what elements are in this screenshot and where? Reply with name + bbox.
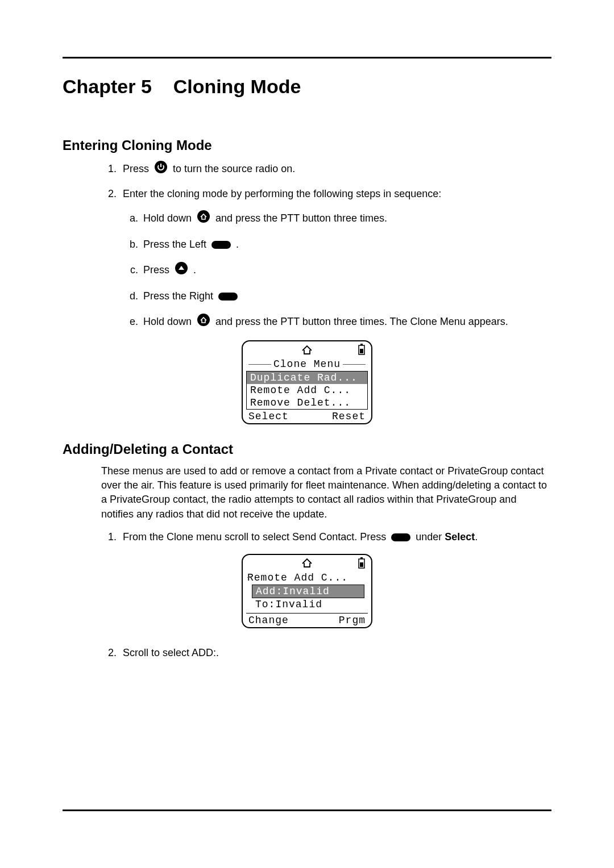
home-icon: [301, 345, 313, 358]
step-1: Press to turn the source radio on.: [119, 160, 551, 178]
sec2-step-1: From the Clone menu scroll to select Sen…: [119, 529, 551, 545]
step-2: Enter the cloning mode by performing the…: [119, 186, 551, 331]
lcd-clone-menu: Clone Menu Duplicate Rad... Remote Add C…: [242, 340, 372, 424]
lcd2-softleft: Change: [248, 615, 289, 626]
substep-b: Press the Left .: [141, 237, 551, 252]
sec2-step1-d: .: [475, 531, 478, 542]
substep-d: Press the Right: [141, 289, 551, 304]
sec2-step1-b: under: [416, 531, 442, 542]
lcd1-softright: Reset: [332, 411, 366, 422]
battery-icon: [358, 344, 366, 358]
svg-rect-6: [360, 349, 363, 353]
lcd2-row2: To:Invalid: [252, 598, 364, 611]
lcd2-softright: Prgm: [339, 615, 366, 626]
lcd1-softkeys: Select Reset: [246, 410, 368, 422]
sec2-step1-a: From the Clone menu scroll to select Sen…: [123, 531, 386, 542]
sub-b-2: .: [236, 239, 239, 250]
lcd1-item-0: Duplicate Rad...: [247, 372, 367, 384]
sub-c-2: .: [193, 264, 196, 276]
lcd1-title: Clone Menu: [273, 358, 341, 370]
home-circle-icon: [197, 210, 210, 228]
svg-point-3: [197, 314, 210, 326]
lcd1-softleft: Select: [248, 411, 289, 422]
step2-substeps: Hold down and press the PTT button three…: [141, 210, 551, 331]
sub-b-1: Press the Left: [143, 239, 206, 250]
substep-a: Hold down and press the PTT button three…: [141, 210, 551, 228]
step2-text: Enter the cloning mode by performing the…: [123, 188, 441, 199]
battery-icon: [358, 557, 366, 571]
sub-a-1: Hold down: [143, 212, 192, 224]
section2-paragraph: These menus are used to add or remove a …: [101, 464, 551, 521]
softkey-pill-icon: [391, 533, 410, 541]
sec2-step-2: Scroll to select ADD:.: [119, 645, 551, 661]
svg-point-1: [197, 210, 210, 223]
section-adding-heading: Adding/Deleting a Contact: [63, 441, 551, 457]
chapter-title: Cloning Mode: [173, 76, 301, 97]
lcd2-row-sel: Add:Invalid: [252, 585, 364, 598]
bottom-rule: [63, 809, 551, 811]
substep-e: Hold down and press the PTT button three…: [141, 313, 551, 331]
top-rule: [63, 57, 551, 59]
step1-text-a: Press: [123, 163, 149, 174]
section-entering-heading: Entering Cloning Mode: [63, 137, 551, 153]
lcd1-item-1: Remote Add C...: [247, 384, 367, 397]
sub-a-2: and press the PTT button three times.: [215, 212, 387, 224]
softkey-pill-icon: [218, 293, 238, 301]
sub-e-1: Hold down: [143, 316, 192, 327]
document-page: Chapter 5 Cloning Mode Entering Cloning …: [0, 0, 614, 868]
lcd-remote-add: Remote Add C... Add:Invalid To:Invalid C…: [242, 554, 372, 628]
lcd1-list: Duplicate Rad... Remote Add C... Remove …: [246, 371, 368, 410]
svg-rect-9: [360, 562, 363, 567]
section1-steps: Press to turn the source radio on. Enter…: [119, 160, 551, 331]
lcd1-item-2: Remove Delet...: [247, 397, 367, 409]
lcd1-statusbar: [246, 344, 368, 357]
chapter-label: Chapter 5: [63, 76, 152, 97]
section2-steps: From the Clone menu scroll to select Sen…: [119, 529, 551, 545]
svg-rect-5: [360, 344, 363, 345]
lcd2-statusbar: [246, 557, 368, 571]
lcd2-title: Remote Add C...: [247, 572, 348, 583]
sub-e-2: and press the PTT button three times. Th…: [215, 316, 508, 327]
lcd2-softkeys: Change Prgm: [246, 613, 368, 626]
sec2-step1-c: Select: [445, 531, 475, 542]
home-circle-icon: [197, 313, 210, 331]
lcd2-title-row: Remote Add C...: [246, 571, 368, 583]
up-arrow-circle-icon: [175, 261, 188, 279]
chapter-heading: Chapter 5 Cloning Mode: [63, 76, 551, 98]
softkey-pill-icon: [211, 241, 231, 249]
home-icon: [301, 558, 313, 571]
substep-c: Press .: [141, 261, 551, 279]
step1-text-b: to turn the source radio on.: [173, 163, 295, 174]
lcd1-title-row: Clone Menu: [246, 358, 368, 370]
sub-c-1: Press: [143, 264, 169, 276]
section2-steps-cont: Scroll to select ADD:.: [119, 645, 551, 661]
lcd2-box: Add:Invalid: [252, 585, 364, 598]
sub-d-1: Press the Right: [143, 290, 213, 302]
svg-rect-8: [360, 557, 363, 559]
power-icon: [154, 160, 168, 178]
